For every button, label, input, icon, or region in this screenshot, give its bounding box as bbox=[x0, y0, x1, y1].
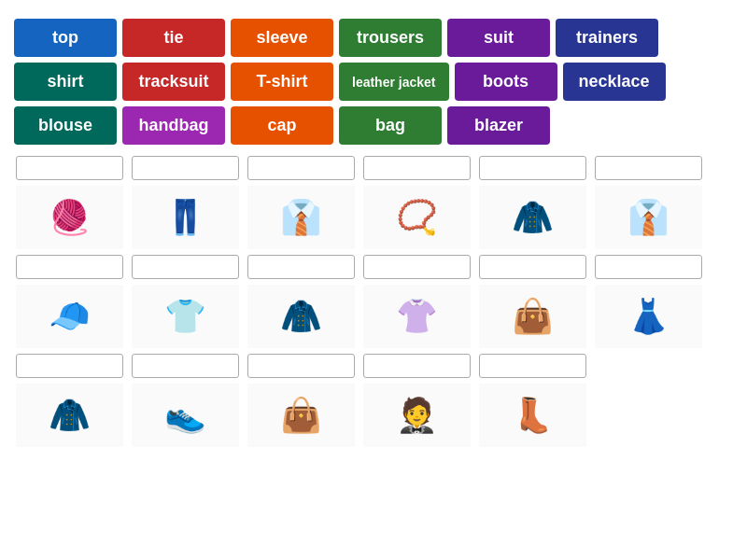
answer-cell bbox=[477, 156, 587, 180]
answer-input[interactable] bbox=[132, 354, 239, 378]
image-row-3: 🧥👟👜🤵👢 bbox=[14, 384, 733, 447]
answer-input[interactable] bbox=[247, 354, 355, 378]
answer-input[interactable] bbox=[595, 255, 702, 279]
tile-blazer[interactable]: blazer bbox=[447, 106, 550, 145]
image-cell: 👟 bbox=[130, 384, 240, 447]
input-row-3 bbox=[14, 354, 733, 378]
main-container: toptiesleevetrouserssuittrainers shirttr… bbox=[0, 0, 747, 456]
clothing-image: 👜 bbox=[247, 384, 355, 447]
clothing-image: 🧥 bbox=[479, 186, 586, 249]
image-cell: 🧥 bbox=[246, 285, 356, 348]
image-cell: 👗 bbox=[593, 285, 703, 348]
tile-leather-jacket[interactable]: leather jacket bbox=[339, 63, 449, 101]
image-cell: 🤵 bbox=[361, 384, 472, 447]
image-cell: 🧶 bbox=[14, 186, 124, 249]
tile-blouse[interactable]: blouse bbox=[14, 106, 117, 145]
clothing-image: 🧶 bbox=[16, 186, 123, 249]
tile-boots[interactable]: boots bbox=[455, 63, 557, 101]
tile-t-shirt[interactable]: T-shirt bbox=[231, 63, 333, 101]
clothing-image: 🧥 bbox=[16, 384, 123, 447]
answer-input[interactable] bbox=[132, 255, 239, 279]
image-cell: 👕 bbox=[130, 285, 240, 348]
answer-cell bbox=[246, 156, 356, 180]
clothing-image: 👗 bbox=[595, 285, 702, 348]
answer-cell bbox=[14, 156, 124, 180]
clothing-image: 👚 bbox=[363, 285, 471, 348]
answer-cell bbox=[130, 354, 240, 378]
tile-handbag[interactable]: handbag bbox=[122, 106, 225, 145]
tile-top[interactable]: top bbox=[14, 19, 117, 57]
answer-cell bbox=[361, 156, 472, 180]
image-cell: 🧥 bbox=[14, 384, 124, 447]
image-cell: 👔 bbox=[246, 186, 356, 249]
image-cell: 📿 bbox=[361, 186, 472, 249]
answer-cell bbox=[477, 354, 587, 378]
tiles-row-3: blousehandbagcapbagblazer bbox=[14, 106, 733, 145]
answer-cell bbox=[14, 255, 124, 279]
image-cell: 👚 bbox=[361, 285, 472, 348]
tile-tracksuit[interactable]: tracksuit bbox=[122, 63, 225, 101]
input-row-1 bbox=[14, 156, 733, 180]
answer-input[interactable] bbox=[479, 255, 586, 279]
answer-input[interactable] bbox=[132, 156, 239, 180]
answer-grid: 🧶👖👔📿🧥👔🧢👕🧥👚👜👗🧥👟👜🤵👢 bbox=[14, 156, 733, 447]
answer-cell bbox=[593, 255, 703, 279]
image-cell: 👖 bbox=[130, 186, 240, 249]
tile-sleeve[interactable]: sleeve bbox=[231, 19, 333, 57]
answer-cell bbox=[361, 354, 472, 378]
tile-bag[interactable]: bag bbox=[339, 106, 442, 145]
clothing-image: 👔 bbox=[595, 186, 702, 249]
clothing-image: 🧥 bbox=[247, 285, 355, 348]
clothing-image: 🧢 bbox=[16, 285, 123, 348]
answer-input[interactable] bbox=[595, 156, 702, 180]
answer-input[interactable] bbox=[16, 255, 123, 279]
answer-input[interactable] bbox=[479, 156, 586, 180]
tile-shirt[interactable]: shirt bbox=[14, 63, 117, 101]
clothing-image: 👕 bbox=[132, 285, 239, 348]
image-cell: 👜 bbox=[477, 285, 587, 348]
answer-input[interactable] bbox=[479, 354, 586, 378]
image-cell: 👢 bbox=[477, 384, 587, 447]
clothing-image: 👖 bbox=[132, 186, 239, 249]
clothing-image: 📿 bbox=[363, 186, 471, 249]
tile-tie[interactable]: tie bbox=[122, 19, 225, 57]
answer-cell bbox=[361, 255, 472, 279]
image-row-2: 🧢👕🧥👚👜👗 bbox=[14, 285, 733, 348]
answer-input[interactable] bbox=[247, 255, 355, 279]
answer-cell bbox=[14, 354, 124, 378]
clothing-image: 👔 bbox=[247, 186, 355, 249]
answer-cell bbox=[246, 354, 356, 378]
answer-cell bbox=[130, 156, 240, 180]
answer-cell bbox=[477, 255, 587, 279]
tile-cap[interactable]: cap bbox=[231, 106, 333, 145]
clothing-image: 👟 bbox=[132, 384, 239, 447]
image-cell: 👔 bbox=[593, 186, 703, 249]
clothing-image: 🤵 bbox=[363, 384, 471, 447]
tile-suit[interactable]: suit bbox=[447, 19, 550, 57]
answer-cell bbox=[593, 156, 703, 180]
answer-cell bbox=[246, 255, 356, 279]
clothing-image: 👜 bbox=[479, 285, 586, 348]
input-row-2 bbox=[14, 255, 733, 279]
tiles-section: toptiesleevetrouserssuittrainers shirttr… bbox=[14, 19, 733, 145]
answer-input[interactable] bbox=[363, 255, 471, 279]
answer-input[interactable] bbox=[16, 354, 123, 378]
image-cell: 🧢 bbox=[14, 285, 124, 348]
tile-trousers[interactable]: trousers bbox=[339, 19, 442, 57]
tiles-row-1: toptiesleevetrouserssuittrainers bbox=[14, 19, 733, 57]
tile-trainers[interactable]: trainers bbox=[556, 19, 658, 57]
image-cell: 👜 bbox=[246, 384, 356, 447]
clothing-image: 👢 bbox=[479, 384, 586, 447]
tile-necklace[interactable]: necklace bbox=[563, 63, 666, 101]
image-cell: 🧥 bbox=[477, 186, 587, 249]
tiles-row-2: shirttracksuitT-shirtleather jacketboots… bbox=[14, 63, 733, 101]
answer-input[interactable] bbox=[247, 156, 355, 180]
answer-input[interactable] bbox=[16, 156, 123, 180]
answer-cell bbox=[130, 255, 240, 279]
answer-input[interactable] bbox=[363, 354, 471, 378]
image-row-1: 🧶👖👔📿🧥👔 bbox=[14, 186, 733, 249]
answer-input[interactable] bbox=[363, 156, 471, 180]
